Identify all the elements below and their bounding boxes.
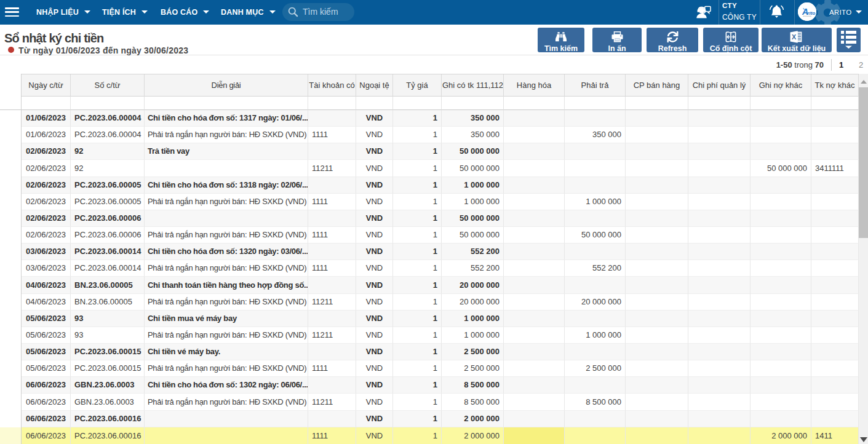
svg-text:X: X [792,33,797,41]
svg-text:rito: rito [808,10,816,16]
